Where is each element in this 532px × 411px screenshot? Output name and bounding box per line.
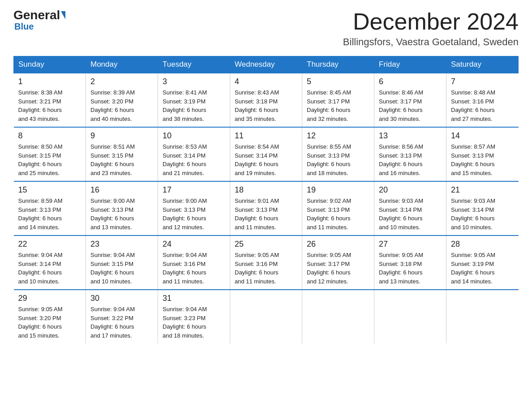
day-info: Sunrise: 8:43 AM Sunset: 3:18 PM Dayligh…	[235, 88, 297, 123]
day-info: Sunrise: 9:04 AM Sunset: 3:14 PM Dayligh…	[18, 251, 82, 286]
location: Billingsfors, Vaestra Goetaland, Sweden	[343, 36, 519, 48]
logo-general: General	[13, 9, 60, 21]
column-header-saturday: Saturday	[446, 56, 519, 73]
logo-triangle-icon	[61, 11, 65, 19]
day-info: Sunrise: 9:01 AM Sunset: 3:13 PM Dayligh…	[235, 197, 297, 231]
day-number: 11	[235, 131, 297, 141]
day-info: Sunrise: 8:57 AM Sunset: 3:13 PM Dayligh…	[451, 142, 514, 177]
day-info: Sunrise: 8:45 AM Sunset: 3:17 PM Dayligh…	[307, 88, 369, 123]
day-number: 16	[90, 185, 153, 195]
calendar-cell	[374, 290, 446, 343]
calendar-cell: 23 Sunrise: 9:04 AM Sunset: 3:15 PM Dayl…	[86, 235, 158, 290]
day-info: Sunrise: 9:03 AM Sunset: 3:14 PM Dayligh…	[379, 197, 442, 231]
calendar-header-row: SundayMondayTuesdayWednesdayThursdayFrid…	[14, 56, 519, 73]
day-info: Sunrise: 9:04 AM Sunset: 3:23 PM Dayligh…	[163, 305, 225, 340]
day-number: 26	[307, 240, 369, 249]
day-number: 28	[451, 240, 514, 249]
calendar-cell: 8 Sunrise: 8:50 AM Sunset: 3:15 PM Dayli…	[14, 127, 86, 181]
calendar-cell: 2 Sunrise: 8:39 AM Sunset: 3:20 PM Dayli…	[86, 73, 158, 127]
day-info: Sunrise: 8:59 AM Sunset: 3:13 PM Dayligh…	[18, 197, 82, 231]
day-number: 20	[379, 185, 442, 195]
day-number: 2	[90, 77, 153, 86]
day-info: Sunrise: 9:04 AM Sunset: 3:15 PM Dayligh…	[90, 251, 153, 286]
calendar-week-row: 15 Sunrise: 8:59 AM Sunset: 3:13 PM Dayl…	[14, 181, 519, 235]
day-info: Sunrise: 8:56 AM Sunset: 3:13 PM Dayligh…	[379, 142, 442, 177]
calendar-cell: 21 Sunrise: 9:03 AM Sunset: 3:14 PM Dayl…	[446, 181, 519, 235]
day-info: Sunrise: 9:04 AM Sunset: 3:22 PM Dayligh…	[90, 305, 153, 340]
calendar-cell: 6 Sunrise: 8:46 AM Sunset: 3:17 PM Dayli…	[374, 73, 446, 127]
calendar-cell: 16 Sunrise: 9:00 AM Sunset: 3:13 PM Dayl…	[86, 181, 158, 235]
day-info: Sunrise: 8:51 AM Sunset: 3:15 PM Dayligh…	[90, 142, 153, 177]
day-number: 25	[235, 240, 297, 249]
day-number: 23	[90, 240, 153, 249]
day-number: 17	[163, 185, 225, 195]
calendar-week-row: 8 Sunrise: 8:50 AM Sunset: 3:15 PM Dayli…	[14, 127, 519, 181]
day-number: 29	[18, 294, 82, 303]
day-number: 1	[18, 77, 82, 86]
day-info: Sunrise: 9:03 AM Sunset: 3:14 PM Dayligh…	[451, 197, 514, 231]
day-info: Sunrise: 9:05 AM Sunset: 3:18 PM Dayligh…	[379, 251, 442, 286]
page-header: General Blue December 2024 Billingsfors,…	[13, 9, 519, 48]
day-number: 8	[18, 131, 82, 141]
calendar-cell: 18 Sunrise: 9:01 AM Sunset: 3:13 PM Dayl…	[230, 181, 302, 235]
day-number: 31	[163, 294, 225, 303]
calendar-cell: 12 Sunrise: 8:55 AM Sunset: 3:13 PM Dayl…	[302, 127, 374, 181]
calendar-cell	[230, 290, 302, 343]
calendar-cell	[446, 290, 519, 343]
day-info: Sunrise: 8:54 AM Sunset: 3:14 PM Dayligh…	[235, 142, 297, 177]
logo: General Blue	[13, 9, 66, 32]
day-info: Sunrise: 8:48 AM Sunset: 3:16 PM Dayligh…	[451, 88, 514, 123]
day-info: Sunrise: 8:50 AM Sunset: 3:15 PM Dayligh…	[18, 142, 82, 177]
column-header-sunday: Sunday	[14, 56, 86, 73]
day-number: 5	[307, 77, 369, 86]
day-number: 6	[379, 77, 442, 86]
title-section: December 2024 Billingsfors, Vaestra Goet…	[343, 9, 519, 48]
calendar-cell: 5 Sunrise: 8:45 AM Sunset: 3:17 PM Dayli…	[302, 73, 374, 127]
calendar-cell: 24 Sunrise: 9:04 AM Sunset: 3:16 PM Dayl…	[158, 235, 230, 290]
day-info: Sunrise: 9:00 AM Sunset: 3:13 PM Dayligh…	[163, 197, 225, 231]
day-number: 19	[307, 185, 369, 195]
day-number: 12	[307, 131, 369, 141]
day-info: Sunrise: 8:41 AM Sunset: 3:19 PM Dayligh…	[163, 88, 225, 123]
day-info: Sunrise: 8:53 AM Sunset: 3:14 PM Dayligh…	[163, 142, 225, 177]
calendar-cell: 26 Sunrise: 9:05 AM Sunset: 3:17 PM Dayl…	[302, 235, 374, 290]
day-info: Sunrise: 9:02 AM Sunset: 3:13 PM Dayligh…	[307, 197, 369, 231]
column-header-tuesday: Tuesday	[158, 56, 230, 73]
day-info: Sunrise: 9:05 AM Sunset: 3:19 PM Dayligh…	[451, 251, 514, 286]
day-info: Sunrise: 9:04 AM Sunset: 3:16 PM Dayligh…	[163, 251, 225, 286]
calendar-cell: 3 Sunrise: 8:41 AM Sunset: 3:19 PM Dayli…	[158, 73, 230, 127]
day-number: 3	[163, 77, 225, 86]
calendar-cell: 22 Sunrise: 9:04 AM Sunset: 3:14 PM Dayl…	[14, 235, 86, 290]
day-number: 9	[90, 131, 153, 141]
calendar-week-row: 22 Sunrise: 9:04 AM Sunset: 3:14 PM Dayl…	[14, 235, 519, 290]
calendar-cell: 1 Sunrise: 8:38 AM Sunset: 3:21 PM Dayli…	[14, 73, 86, 127]
calendar-cell	[302, 290, 374, 343]
calendar-cell: 20 Sunrise: 9:03 AM Sunset: 3:14 PM Dayl…	[374, 181, 446, 235]
day-number: 7	[451, 77, 514, 86]
day-number: 30	[90, 294, 153, 303]
day-number: 14	[451, 131, 514, 141]
day-number: 27	[379, 240, 442, 249]
calendar-cell: 28 Sunrise: 9:05 AM Sunset: 3:19 PM Dayl…	[446, 235, 519, 290]
day-info: Sunrise: 8:39 AM Sunset: 3:20 PM Dayligh…	[90, 88, 153, 123]
day-info: Sunrise: 9:05 AM Sunset: 3:16 PM Dayligh…	[235, 251, 297, 286]
day-number: 21	[451, 185, 514, 195]
calendar-cell: 29 Sunrise: 9:05 AM Sunset: 3:20 PM Dayl…	[14, 290, 86, 343]
day-info: Sunrise: 9:00 AM Sunset: 3:13 PM Dayligh…	[90, 197, 153, 231]
calendar-cell: 10 Sunrise: 8:53 AM Sunset: 3:14 PM Dayl…	[158, 127, 230, 181]
calendar-week-row: 1 Sunrise: 8:38 AM Sunset: 3:21 PM Dayli…	[14, 73, 519, 127]
calendar-cell: 14 Sunrise: 8:57 AM Sunset: 3:13 PM Dayl…	[446, 127, 519, 181]
column-header-friday: Friday	[374, 56, 446, 73]
day-number: 22	[18, 240, 82, 249]
calendar-cell: 11 Sunrise: 8:54 AM Sunset: 3:14 PM Dayl…	[230, 127, 302, 181]
calendar-cell: 15 Sunrise: 8:59 AM Sunset: 3:13 PM Dayl…	[14, 181, 86, 235]
calendar-cell: 17 Sunrise: 9:00 AM Sunset: 3:13 PM Dayl…	[158, 181, 230, 235]
day-info: Sunrise: 8:55 AM Sunset: 3:13 PM Dayligh…	[307, 142, 369, 177]
logo-blue: Blue	[14, 21, 34, 32]
calendar-cell: 4 Sunrise: 8:43 AM Sunset: 3:18 PM Dayli…	[230, 73, 302, 127]
calendar-cell: 30 Sunrise: 9:04 AM Sunset: 3:22 PM Dayl…	[86, 290, 158, 343]
column-header-wednesday: Wednesday	[230, 56, 302, 73]
column-header-thursday: Thursday	[302, 56, 374, 73]
day-number: 18	[235, 185, 297, 195]
calendar-cell: 19 Sunrise: 9:02 AM Sunset: 3:13 PM Dayl…	[302, 181, 374, 235]
